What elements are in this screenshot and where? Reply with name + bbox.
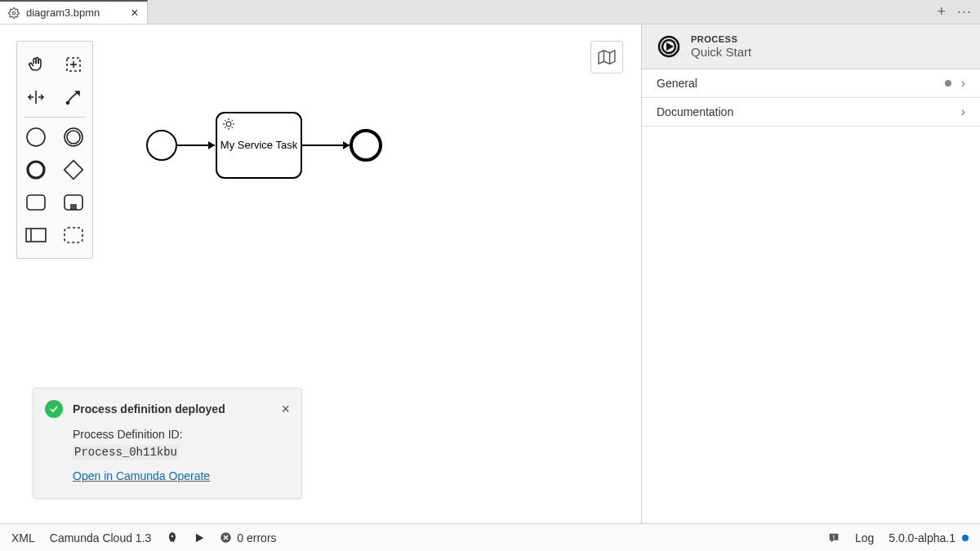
close-icon[interactable]: ×	[131, 6, 138, 20]
properties-panel: PROCESS Quick Start General › Documentat…	[641, 24, 980, 523]
log-button[interactable]: Log	[855, 531, 874, 544]
xml-toggle[interactable]: XML	[11, 531, 35, 544]
svg-point-0	[12, 11, 16, 15]
start-event[interactable]	[147, 131, 176, 160]
task-label: My Service Task	[220, 139, 298, 151]
svg-rect-42	[833, 538, 834, 539]
section-general[interactable]: General ›	[642, 69, 980, 98]
toast-def-label: Process Definition ID:	[73, 428, 183, 441]
rocket-icon	[166, 531, 179, 544]
version-label[interactable]: 5.0.0-alpha.1	[889, 531, 969, 544]
main-area: My Service Task Process definition deplo…	[0, 24, 980, 523]
errors-count: 0 errors	[237, 531, 276, 544]
gear-icon	[8, 7, 20, 19]
svg-marker-37	[196, 533, 203, 542]
deploy-toast: Process definition deployed × Process De…	[33, 388, 302, 499]
minimap-button[interactable]	[590, 41, 623, 73]
update-available-dot-icon	[962, 535, 969, 541]
status-bar: XML Camunda Cloud 1.3 0 errors Log 5.0.0…	[0, 523, 980, 551]
properties-header: PROCESS Quick Start	[642, 24, 980, 69]
section-label: Documentation	[657, 105, 733, 118]
play-icon	[194, 532, 205, 544]
tab-bar: diagram3.bpmn × + ···	[0, 0, 980, 24]
more-menu-button[interactable]: ···	[957, 3, 972, 20]
chevron-right-icon: ›	[961, 104, 965, 119]
chevron-right-icon: ›	[961, 76, 965, 91]
tab-label: diagram3.bpmn	[26, 7, 100, 19]
new-tab-button[interactable]: +	[937, 3, 946, 20]
tab-active[interactable]: diagram3.bpmn ×	[0, 0, 148, 24]
properties-kicker: PROCESS	[691, 34, 751, 44]
end-event[interactable]	[351, 131, 381, 160]
svg-rect-41	[833, 535, 834, 537]
errors-indicator[interactable]: 0 errors	[220, 531, 276, 544]
process-definition-id: Process_0h11kbu	[73, 445, 179, 460]
map-icon	[598, 50, 616, 64]
toast-header: Process definition deployed ×	[45, 400, 290, 418]
canvas[interactable]: My Service Task Process definition deplo…	[0, 24, 641, 523]
tab-bar-actions: + ···	[929, 0, 980, 24]
arrowhead-icon	[208, 141, 215, 149]
section-documentation[interactable]: Documentation ›	[642, 98, 980, 127]
success-check-icon	[45, 400, 63, 418]
svg-point-36	[172, 535, 174, 537]
open-operate-link[interactable]: Open in Camunda Operate	[73, 468, 210, 485]
run-button[interactable]	[194, 532, 205, 544]
feedback-icon	[827, 531, 840, 544]
section-label: General	[657, 77, 697, 90]
platform-label[interactable]: Camunda Cloud 1.3	[50, 531, 152, 544]
deploy-button[interactable]	[166, 531, 179, 544]
feedback-button[interactable]	[827, 531, 840, 544]
svg-marker-35	[666, 42, 674, 51]
properties-title: Quick Start	[691, 45, 751, 59]
error-badge-icon	[220, 531, 232, 544]
status-dot-icon	[945, 80, 951, 87]
toast-body: Process Definition ID: Process_0h11kbu O…	[73, 426, 290, 485]
toast-title: Process definition deployed	[73, 402, 271, 415]
tab-bar-spacer	[148, 0, 929, 24]
close-icon[interactable]: ×	[281, 401, 290, 418]
process-play-icon	[657, 34, 681, 59]
arrowhead-icon	[343, 141, 350, 149]
